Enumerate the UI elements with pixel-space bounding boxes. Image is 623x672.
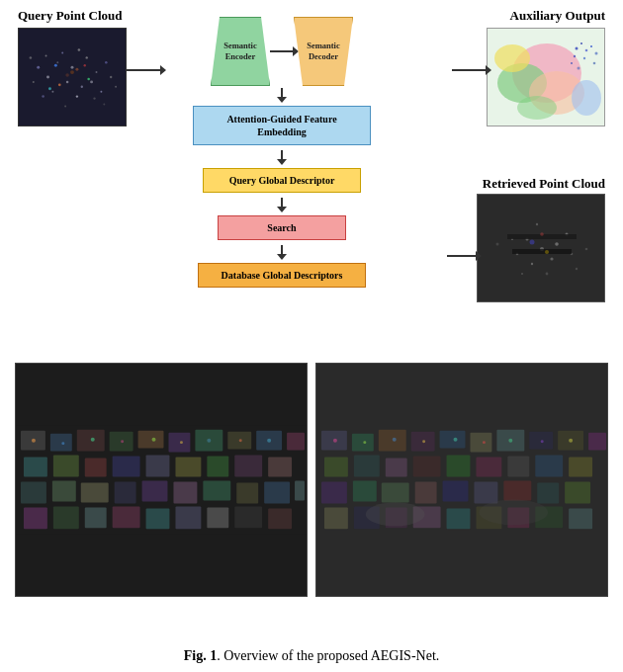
svg-rect-125: [440, 431, 466, 449]
svg-point-57: [531, 263, 533, 265]
database-clouds-container: [15, 341, 608, 575]
svg-point-162: [454, 438, 458, 442]
svg-point-7: [81, 86, 83, 88]
svg-rect-141: [353, 480, 377, 501]
svg-point-6: [66, 81, 69, 84]
svg-rect-139: [569, 458, 592, 477]
svg-point-23: [48, 87, 51, 90]
attention-row: Attention-Guided Feature Embedding: [158, 103, 405, 148]
flow-diagram: Semantic Encoder Semantic Decoder Attent…: [158, 15, 405, 293]
database-cloud-left: [15, 363, 308, 597]
svg-point-119: [267, 439, 271, 443]
svg-rect-122: [352, 434, 374, 452]
svg-point-11: [105, 61, 108, 64]
svg-point-114: [121, 440, 124, 443]
svg-rect-107: [175, 506, 201, 529]
svg-rect-145: [474, 481, 497, 503]
svg-point-45: [593, 62, 596, 65]
svg-rect-0: [19, 29, 126, 126]
svg-rect-95: [115, 481, 136, 503]
main-container: Query Point Cloud Auxiliary Output Retri…: [0, 0, 623, 672]
svg-point-30: [103, 103, 105, 105]
svg-point-63: [496, 243, 499, 246]
svg-point-27: [78, 48, 81, 51]
caption-bold-part: Fig. 1: [184, 648, 217, 663]
auxiliary-output-image: [487, 28, 605, 126]
svg-point-112: [61, 442, 64, 445]
svg-point-47: [494, 44, 530, 72]
connector-2: [281, 150, 283, 160]
query-global-row: Query Global Descriptor: [158, 165, 405, 196]
svg-point-22: [84, 64, 86, 66]
svg-point-168: [479, 499, 548, 525]
svg-point-37: [576, 47, 578, 50]
svg-point-13: [76, 95, 78, 97]
svg-point-10: [61, 52, 63, 54]
nn-search-box: Search: [218, 215, 346, 240]
svg-rect-157: [569, 508, 592, 529]
svg-point-26: [64, 105, 66, 107]
svg-rect-98: [203, 480, 230, 500]
semantic-decoder-block: Semantic Decoder: [294, 17, 353, 86]
nn-search-row: Search: [158, 212, 405, 243]
svg-point-20: [87, 78, 90, 81]
svg-point-69: [530, 240, 535, 245]
svg-point-32: [115, 86, 117, 88]
svg-point-113: [91, 438, 95, 442]
svg-point-17: [75, 68, 78, 71]
svg-point-67: [521, 273, 523, 275]
svg-point-160: [393, 438, 397, 442]
svg-rect-82: [287, 433, 305, 451]
semantic-encoder-label: Semantic Encoder: [223, 41, 257, 62]
svg-point-165: [541, 440, 544, 443]
svg-rect-88: [175, 458, 201, 477]
svg-rect-110: [268, 508, 292, 529]
svg-rect-131: [324, 458, 348, 477]
svg-point-54: [555, 242, 559, 246]
svg-rect-99: [236, 482, 258, 503]
svg-rect-148: [565, 481, 590, 503]
svg-point-118: [239, 439, 242, 442]
svg-point-166: [569, 439, 573, 443]
svg-point-164: [508, 439, 512, 443]
svg-point-49: [517, 96, 557, 120]
svg-point-25: [110, 76, 112, 78]
svg-rect-94: [81, 482, 109, 502]
svg-rect-90: [234, 456, 262, 477]
svg-rect-146: [503, 480, 531, 500]
label-retrieved-point-cloud: Retrieved Point Cloud: [483, 176, 605, 192]
svg-point-68: [576, 268, 578, 270]
svg-rect-142: [382, 482, 409, 502]
svg-rect-106: [146, 508, 170, 529]
arrow-decoder-to-auxiliary: [452, 69, 487, 71]
svg-point-31: [30, 56, 33, 59]
svg-rect-130: [588, 433, 606, 451]
svg-rect-123: [379, 430, 406, 452]
svg-rect-138: [535, 456, 563, 477]
svg-point-66: [546, 273, 549, 276]
svg-point-71: [540, 232, 544, 236]
svg-rect-93: [52, 480, 76, 501]
svg-point-64: [585, 248, 588, 251]
svg-point-12: [37, 66, 40, 69]
svg-rect-78: [168, 433, 190, 453]
svg-rect-62: [512, 249, 572, 254]
svg-rect-133: [386, 459, 407, 477]
svg-rect-147: [537, 482, 559, 503]
svg-point-9: [90, 80, 93, 83]
svg-rect-87: [146, 456, 170, 477]
svg-point-3: [86, 56, 88, 58]
svg-rect-144: [443, 480, 469, 501]
svg-rect-149: [324, 507, 348, 529]
svg-point-65: [536, 223, 538, 225]
svg-point-2: [56, 61, 58, 63]
svg-point-8: [51, 91, 53, 93]
arrow-nn-to-retrieved: [447, 255, 477, 257]
svg-rect-143: [415, 481, 437, 503]
svg-rect-104: [85, 507, 107, 528]
svg-point-39: [585, 49, 588, 52]
svg-rect-84: [53, 456, 79, 477]
svg-point-16: [70, 70, 74, 74]
svg-point-111: [32, 439, 36, 443]
svg-rect-74: [50, 434, 72, 452]
